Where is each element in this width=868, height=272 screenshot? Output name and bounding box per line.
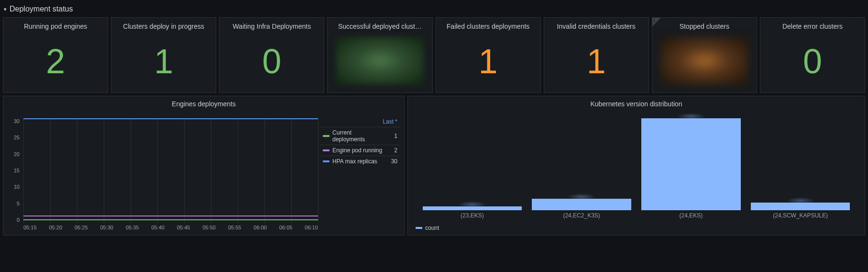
stat-title: Running pod engines [3, 18, 108, 30]
bar-label: (24,EKS) [637, 212, 746, 219]
legend-value: 1 [388, 133, 397, 139]
chart-title: Kubernetes version distribution [408, 96, 865, 110]
bar-label: (24,EC2_K3S) [527, 212, 637, 219]
bar-x-labels: (23,EKS)(24,EC2_K3S)(24,EKS)(24,SCW_KAPS… [418, 212, 855, 219]
panel-kubernetes-version-distribution[interactable]: Kubernetes version distribution (23,EKS)… [407, 96, 865, 236]
legend-item[interactable]: Engine pod running 2 [320, 145, 400, 156]
stat-clusters-deploy-in-progress[interactable]: Clusters deploy in progress 1 [111, 17, 216, 93]
bar[interactable] [423, 206, 522, 210]
legend-label: HPA max replicas [332, 158, 385, 165]
stat-graphic [661, 37, 748, 85]
stat-value: 0 [760, 30, 865, 92]
legend-item[interactable]: Current deployments 1 [320, 127, 400, 145]
stat-value: 1 [544, 30, 648, 92]
stat-waiting-infra-deployments[interactable]: Waiting Infra Deployments 0 [219, 17, 324, 93]
stat-title: Stopped clusters [652, 18, 757, 30]
bar-label: (23,EKS) [418, 212, 527, 219]
legend-label: Engine pod running [332, 147, 385, 154]
stat-failed-clusters-deployments[interactable]: Failed clusters deployments 1 [436, 17, 541, 93]
x-axis-ticks: 05:1505:2005:2505:3005:3505:4005:4505:50… [23, 225, 318, 231]
bar[interactable] [751, 203, 850, 210]
stat-title: Successful deployed clust… [328, 18, 432, 30]
bar[interactable] [641, 118, 741, 210]
stat-running-pod-engines[interactable]: Running pod engines 2 [3, 17, 108, 93]
legend-swatch [323, 160, 330, 162]
stat-title: Clusters deploy in progress [111, 18, 216, 30]
legend-swatch [323, 149, 330, 151]
bar-legend[interactable]: count [416, 225, 439, 231]
bottom-row: Engines deployments 30 25 20 15 10 5 0 0… [0, 93, 868, 236]
stat-title: Failed clusters deployments [436, 18, 540, 30]
stat-title: Delete error clusters [760, 18, 865, 30]
stat-row: Running pod engines 2 Clusters deploy in… [0, 17, 868, 93]
chart-title: Engines deployments [3, 96, 404, 110]
panel-engines-deployments[interactable]: Engines deployments 30 25 20 15 10 5 0 0… [3, 96, 405, 236]
y-axis-ticks: 30 25 20 15 10 5 0 [7, 118, 22, 223]
stat-title: Invalid credentials clusters [544, 18, 648, 30]
stat-title: Waiting Infra Deployments [220, 18, 324, 30]
bar-label: (24,SCW_KAPSULE) [746, 212, 855, 219]
chevron-down-icon: ▾ [4, 6, 7, 12]
stat-stopped-clusters[interactable]: Stopped clusters [652, 17, 757, 93]
stat-invalid-credentials-clusters[interactable]: Invalid credentials clusters 1 [544, 17, 649, 93]
bar-chart: (23,EKS)(24,EC2_K3S)(24,EKS)(24,SCW_KAPS… [408, 110, 865, 235]
line-chart: 30 25 20 15 10 5 0 05:1505:2005:2505:300… [3, 110, 404, 235]
stat-successful-deployed-clusters[interactable]: Successful deployed clust… [327, 17, 432, 93]
line-legend[interactable]: Last * Current deployments 1 Engine pod … [320, 116, 400, 167]
legend-label: count [425, 225, 439, 231]
stat-graphic [336, 37, 423, 85]
legend-swatch [416, 227, 422, 229]
section-header[interactable]: ▾ Deployment status [0, 0, 868, 17]
legend-value: 30 [388, 158, 397, 165]
stat-value: 1 [111, 30, 216, 92]
info-icon[interactable] [652, 18, 661, 26]
stat-delete-error-clusters[interactable]: Delete error clusters 0 [760, 17, 865, 93]
legend-value: 2 [388, 147, 397, 154]
legend-header[interactable]: Last * [320, 116, 400, 127]
section-title: Deployment status [10, 5, 73, 13]
stat-value: 1 [436, 30, 540, 92]
stat-value: 2 [3, 30, 108, 92]
stat-value: 0 [220, 30, 324, 92]
legend-item[interactable]: HPA max replicas 30 [320, 156, 400, 167]
bar[interactable] [532, 199, 631, 210]
legend-swatch [323, 135, 330, 137]
legend-label: Current deployments [332, 129, 385, 143]
